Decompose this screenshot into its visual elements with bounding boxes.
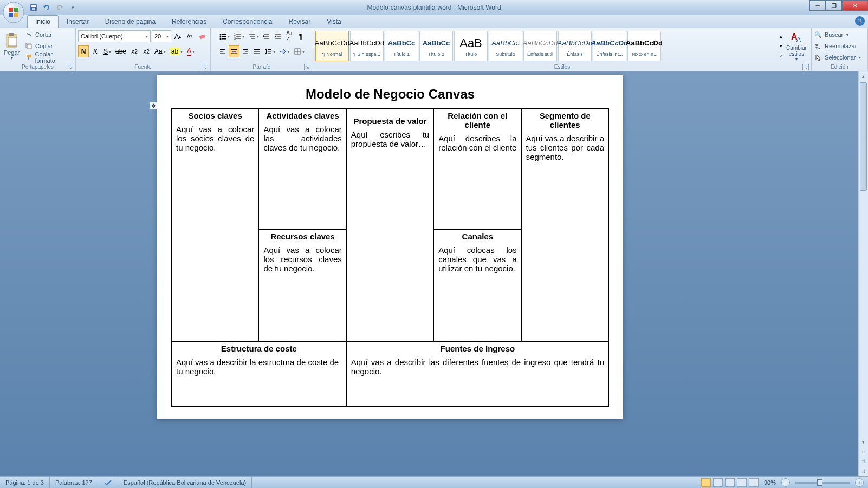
- clipboard-launcher[interactable]: ↘: [67, 64, 73, 70]
- bullets-button[interactable]: ▾: [217, 30, 231, 42]
- font-color-button[interactable]: A▾: [185, 45, 196, 57]
- superscript-button[interactable]: x2: [141, 45, 152, 57]
- shrink-font-button[interactable]: A▾: [184, 30, 195, 42]
- canvas-table[interactable]: Socios clavesAquí vas a colocar los soci…: [171, 108, 609, 407]
- style-item-2[interactable]: AaBbCcTítulo 1: [385, 31, 418, 61]
- document-title: Modelo de Negocio Canvas: [171, 87, 609, 102]
- status-proofing[interactable]: [98, 477, 118, 488]
- font-size-combo[interactable]: 20▾: [152, 30, 171, 42]
- paste-button[interactable]: Pegar ▾: [2, 31, 21, 62]
- change-styles-icon: AA: [789, 30, 804, 45]
- view-full-screen[interactable]: [713, 478, 723, 487]
- zoom-level[interactable]: 90%: [764, 479, 776, 486]
- select-button[interactable]: Seleccionar ▾: [814, 52, 865, 63]
- style-item-6[interactable]: AaBbCcDdÉnfasis sutil: [523, 31, 557, 61]
- svg-rect-26: [264, 34, 269, 35]
- tab-correspondencia[interactable]: Correspondencia: [215, 15, 280, 28]
- vertical-scrollbar[interactable]: ▴ ▾ ○ ⇈ ⇊: [858, 71, 868, 476]
- table-move-handle[interactable]: ✥: [150, 102, 157, 109]
- tab-referencias[interactable]: Referencias: [164, 15, 215, 28]
- style-item-4[interactable]: AaBTítulo: [454, 31, 488, 61]
- decrease-indent-button[interactable]: [261, 30, 272, 42]
- office-button[interactable]: [2, 1, 25, 24]
- subscript-button[interactable]: x2: [129, 45, 140, 57]
- status-page[interactable]: Página: 1 de 3: [0, 477, 50, 488]
- format-painter-button[interactable]: Copiar formato: [24, 52, 73, 63]
- align-center-button[interactable]: [229, 45, 239, 57]
- style-item-7[interactable]: AaBbCcDdÉnfasis: [558, 31, 592, 61]
- align-right-button[interactable]: [240, 45, 251, 57]
- document-page[interactable]: ✥ Modelo de Negocio Canvas Socios claves…: [157, 75, 623, 419]
- strike-button[interactable]: abe: [114, 45, 128, 57]
- view-outline[interactable]: [737, 478, 747, 487]
- view-web-layout[interactable]: [725, 478, 735, 487]
- grow-font-button[interactable]: A▴: [172, 30, 183, 42]
- show-marks-button[interactable]: ¶: [295, 30, 306, 42]
- scroll-thumb[interactable]: [860, 82, 867, 191]
- close-button[interactable]: ✕: [842, 0, 868, 11]
- copy-button[interactable]: Copiar: [24, 41, 73, 51]
- shading-button[interactable]: ▾: [277, 45, 292, 57]
- view-draft[interactable]: [749, 478, 759, 487]
- next-page-icon[interactable]: ⇊: [859, 466, 868, 476]
- svg-rect-32: [220, 49, 225, 50]
- find-button[interactable]: 🔍Buscar ▾: [814, 29, 865, 40]
- sort-button[interactable]: A↓Z: [284, 30, 295, 42]
- prev-page-icon[interactable]: ⇈: [859, 457, 868, 466]
- justify-button[interactable]: [251, 45, 262, 57]
- style-item-9[interactable]: AaBbCcDdTexto en n...: [627, 31, 661, 61]
- paragraph-launcher[interactable]: ↘: [304, 64, 310, 70]
- underline-button[interactable]: S▾: [102, 45, 113, 57]
- scroll-up-icon[interactable]: ▴: [859, 71, 868, 81]
- tab-insertar[interactable]: Insertar: [59, 15, 97, 28]
- browse-object-icon[interactable]: ○: [859, 447, 868, 457]
- line-spacing-button[interactable]: ▾: [263, 45, 277, 57]
- borders-button[interactable]: ▾: [292, 45, 306, 57]
- tab-inicio[interactable]: Inicio: [27, 15, 59, 28]
- numbering-button[interactable]: 123▾: [232, 30, 246, 42]
- style-item-0[interactable]: AaBbCcDd¶ Normal: [315, 31, 349, 61]
- redo-icon[interactable]: [54, 2, 65, 13]
- change-case-button[interactable]: Aa▾: [153, 45, 167, 57]
- status-language[interactable]: Español (República Bolivariana de Venezu…: [118, 477, 252, 488]
- qat-customize-icon[interactable]: ▾: [67, 2, 78, 13]
- cut-button[interactable]: ✂Cortar: [24, 29, 73, 40]
- style-item-1[interactable]: AaBbCcDd¶ Sin espa...: [350, 31, 384, 61]
- highlight-button[interactable]: ab▾: [169, 45, 184, 57]
- view-print-layout[interactable]: [701, 478, 711, 487]
- svg-rect-29: [275, 34, 281, 35]
- zoom-slider[interactable]: [795, 482, 850, 484]
- font-name-combo[interactable]: Calibri (Cuerpo)▾: [78, 30, 151, 42]
- maximize-button[interactable]: ❐: [826, 0, 842, 11]
- undo-icon[interactable]: [41, 2, 52, 13]
- multilevel-button[interactable]: ▾: [247, 30, 261, 42]
- help-button[interactable]: ?: [855, 16, 865, 26]
- tab-vista[interactable]: Vista: [319, 15, 349, 28]
- increase-indent-button[interactable]: [273, 30, 283, 42]
- zoom-out-button[interactable]: −: [781, 478, 790, 487]
- replace-button[interactable]: abacReemplazar: [814, 41, 865, 51]
- font-launcher[interactable]: ↘: [202, 64, 208, 70]
- styles-gallery[interactable]: AaBbCcDd¶ NormalAaBbCcDd¶ Sin espa...AaB…: [315, 31, 774, 61]
- clear-format-button[interactable]: [196, 30, 208, 42]
- zoom-in-button[interactable]: +: [855, 478, 864, 487]
- zoom-thumb[interactable]: [817, 479, 822, 486]
- svg-rect-3: [32, 8, 35, 10]
- style-item-3[interactable]: AaBbCcTítulo 2: [419, 31, 453, 61]
- status-words[interactable]: Palabras: 177: [50, 477, 98, 488]
- tab-diseno[interactable]: Diseño de página: [97, 15, 164, 28]
- svg-rect-37: [231, 53, 237, 54]
- tab-revisar[interactable]: Revisar: [281, 15, 319, 28]
- align-left-button[interactable]: [217, 45, 228, 57]
- change-styles-button[interactable]: AA Cambiar estilos▾: [784, 30, 809, 62]
- save-icon[interactable]: [28, 2, 39, 13]
- style-item-8[interactable]: AaBbCcDdÉnfasis int...: [593, 31, 626, 61]
- italic-button[interactable]: K: [90, 45, 101, 57]
- cursor-icon: [814, 53, 822, 62]
- bold-button[interactable]: N: [78, 45, 89, 57]
- scroll-down-icon[interactable]: ▾: [859, 437, 868, 447]
- style-item-5[interactable]: AaBbCc.Subtítulo: [489, 31, 522, 61]
- styles-launcher[interactable]: ↘: [802, 64, 809, 70]
- minimize-button[interactable]: ─: [809, 0, 826, 11]
- svg-rect-39: [245, 51, 248, 52]
